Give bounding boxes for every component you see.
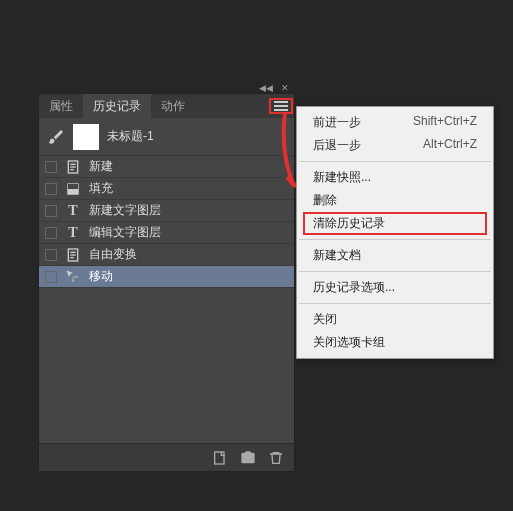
context-menu: 前进一步Shift+Ctrl+Z 后退一步Alt+Ctrl+Z 新建快照... … bbox=[296, 106, 494, 359]
history-checkbox[interactable] bbox=[45, 249, 57, 261]
new-doc-icon[interactable] bbox=[212, 450, 228, 466]
panel-footer bbox=[39, 443, 294, 471]
menu-new-document[interactable]: 新建文档 bbox=[297, 244, 493, 267]
history-row[interactable]: T编辑文字图层 bbox=[39, 222, 294, 244]
history-row[interactable]: 新建 bbox=[39, 156, 294, 178]
history-list: 新建填充T新建文字图层T编辑文字图层自由变换移动 bbox=[39, 156, 294, 443]
history-label: 填充 bbox=[89, 180, 113, 197]
history-label: 新建文字图层 bbox=[89, 202, 161, 219]
history-label: 编辑文字图层 bbox=[89, 224, 161, 241]
camera-icon[interactable] bbox=[240, 450, 256, 466]
history-checkbox[interactable] bbox=[45, 183, 57, 195]
panel-collapse-bar: ◀◀ ✕ bbox=[38, 83, 295, 93]
collapse-icon[interactable]: ◀◀ bbox=[259, 83, 273, 93]
text-icon: T bbox=[65, 203, 81, 219]
tab-history[interactable]: 历史记录 bbox=[83, 94, 151, 118]
history-panel: 属性 历史记录 动作 未标题-1 新建填充T新建文字图层T编辑文字图层自由变换移… bbox=[38, 93, 295, 472]
history-checkbox[interactable] bbox=[45, 271, 57, 283]
document-thumbnail bbox=[73, 124, 99, 150]
history-checkbox[interactable] bbox=[45, 161, 57, 173]
history-row[interactable]: 填充 bbox=[39, 178, 294, 200]
svg-rect-10 bbox=[215, 452, 224, 464]
doc-icon bbox=[65, 247, 81, 263]
history-checkbox[interactable] bbox=[45, 205, 57, 217]
menu-history-options[interactable]: 历史记录选项... bbox=[297, 276, 493, 299]
history-label: 移动 bbox=[89, 268, 113, 285]
menu-back[interactable]: 后退一步Alt+Ctrl+Z bbox=[297, 134, 493, 157]
panel-menu-button[interactable] bbox=[268, 94, 294, 118]
doc-icon bbox=[65, 159, 81, 175]
svg-rect-5 bbox=[68, 189, 79, 194]
history-label: 新建 bbox=[89, 158, 113, 175]
menu-forward[interactable]: 前进一步Shift+Ctrl+Z bbox=[297, 111, 493, 134]
move-icon bbox=[65, 269, 81, 285]
close-icon[interactable]: ✕ bbox=[281, 83, 289, 93]
menu-close[interactable]: 关闭 bbox=[297, 308, 493, 331]
menu-snapshot[interactable]: 新建快照... bbox=[297, 166, 493, 189]
menu-delete[interactable]: 删除 bbox=[297, 189, 493, 212]
trash-icon[interactable] bbox=[268, 450, 284, 466]
fill-icon bbox=[65, 181, 81, 197]
history-row[interactable]: 移动 bbox=[39, 266, 294, 288]
history-checkbox[interactable] bbox=[45, 227, 57, 239]
tab-properties[interactable]: 属性 bbox=[39, 94, 83, 118]
document-title: 未标题-1 bbox=[107, 128, 154, 145]
brush-icon bbox=[47, 128, 65, 146]
history-row[interactable]: T新建文字图层 bbox=[39, 200, 294, 222]
menu-clear-history[interactable]: 清除历史记录 bbox=[303, 212, 487, 235]
text-icon: T bbox=[65, 225, 81, 241]
tab-actions[interactable]: 动作 bbox=[151, 94, 195, 118]
history-row[interactable]: 自由变换 bbox=[39, 244, 294, 266]
history-label: 自由变换 bbox=[89, 246, 137, 263]
menu-close-tab-group[interactable]: 关闭选项卡组 bbox=[297, 331, 493, 354]
document-row[interactable]: 未标题-1 bbox=[39, 118, 294, 156]
panel-tabs: 属性 历史记录 动作 bbox=[39, 94, 294, 118]
